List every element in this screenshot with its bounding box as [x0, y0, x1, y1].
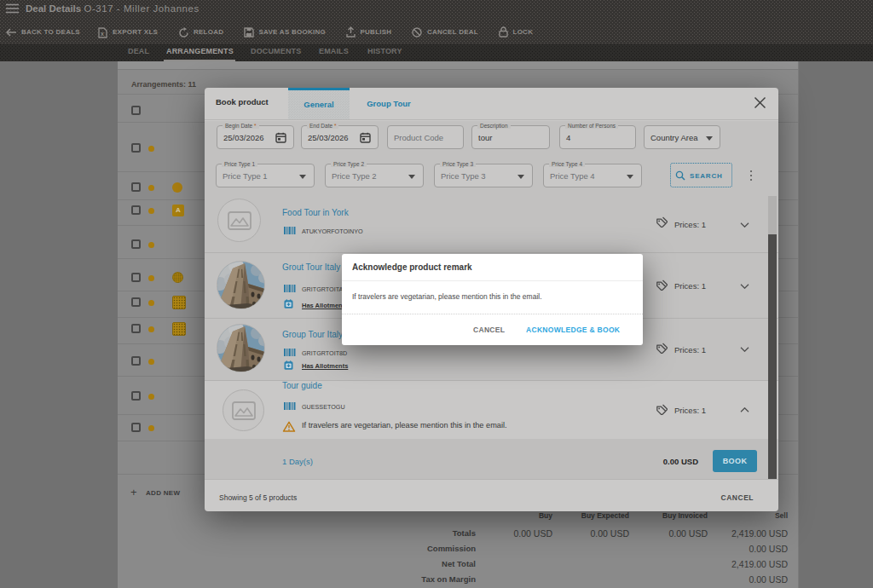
svg-text:x: x — [101, 31, 104, 37]
